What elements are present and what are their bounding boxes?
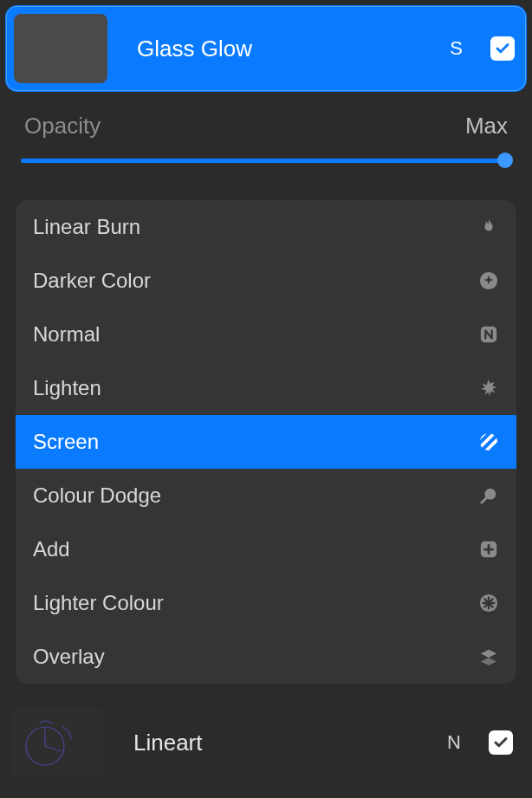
opacity-row: Opacity Max (0, 97, 532, 146)
opacity-value: Max (465, 113, 508, 139)
layer-name: Glass Glow (137, 36, 434, 62)
layer-blend-letter: N (447, 731, 461, 754)
layer-thumbnail[interactable] (14, 14, 107, 83)
blend-mode-label: Add (33, 537, 70, 561)
opacity-label: Opacity (24, 113, 101, 139)
blend-mode-label: Darker Color (33, 269, 151, 293)
layer-thumbnail[interactable] (10, 708, 104, 777)
stripes-icon (478, 431, 499, 452)
layer-blend-letter: S (450, 37, 463, 60)
sparkle-plus-icon (478, 270, 499, 291)
blend-mode-screen[interactable]: Screen (16, 415, 516, 469)
lineart-preview-icon (10, 708, 104, 777)
blend-mode-colour-dodge[interactable]: Colour Dodge (16, 469, 516, 522)
layer-visibility-checkbox[interactable] (490, 36, 515, 61)
opacity-slider[interactable] (21, 152, 511, 169)
blend-mode-label: Linear Burn (33, 215, 140, 239)
layer-row[interactable]: Lineart N (7, 704, 525, 781)
blend-mode-lighten[interactable]: Lighten (16, 361, 516, 415)
burst-icon (478, 378, 499, 399)
layer-name: Lineart (133, 730, 431, 756)
blend-mode-label: Lighter Colour (33, 591, 164, 615)
blend-mode-darker-color[interactable]: Darker Color (16, 254, 516, 308)
blend-mode-lighter-colour[interactable]: Lighter Colour (16, 576, 516, 630)
blend-mode-label: Screen (33, 430, 99, 454)
blend-mode-label: Colour Dodge (33, 483, 161, 508)
asterisk-icon (478, 593, 499, 613)
blend-mode-normal[interactable]: Normal (16, 308, 516, 361)
layers-icon (478, 646, 499, 667)
layer-visibility-checkbox[interactable] (489, 730, 513, 755)
blend-mode-overlay[interactable]: Overlay (16, 630, 516, 684)
lollipop-icon (478, 485, 499, 506)
flame-icon (478, 217, 499, 237)
blend-mode-label: Normal (33, 322, 100, 347)
blend-mode-list[interactable]: Linear Burn Darker Color Normal Lighten … (16, 200, 516, 684)
blend-mode-add[interactable]: Add (16, 522, 516, 576)
svg-line-18 (45, 746, 61, 751)
checkmark-icon (495, 41, 510, 56)
slider-track (21, 159, 511, 163)
blend-mode-linear-burn[interactable]: Linear Burn (16, 200, 516, 254)
blend-mode-label: Overlay (33, 645, 105, 669)
svg-line-9 (482, 498, 487, 503)
layer-row-selected[interactable]: Glass Glow S (5, 5, 527, 92)
plus-badge-icon (478, 539, 499, 560)
slider-thumb[interactable] (497, 152, 513, 168)
n-badge-icon (478, 324, 499, 345)
checkmark-icon (493, 735, 509, 750)
blend-mode-label: Lighten (33, 376, 101, 400)
